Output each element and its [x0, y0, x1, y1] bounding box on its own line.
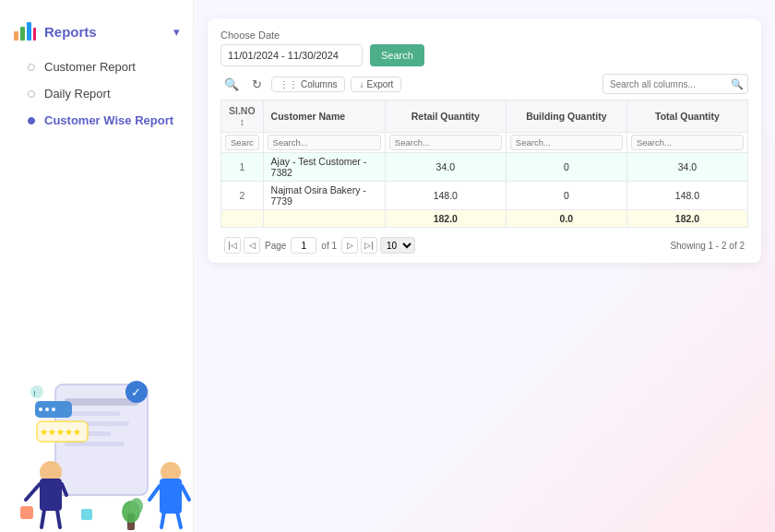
- col-header-retail[interactable]: Retail Quantity: [385, 100, 506, 133]
- svg-rect-0: [14, 31, 18, 41]
- date-range-input[interactable]: [221, 44, 363, 66]
- cell-sno: 2: [221, 182, 264, 210]
- search-all-input[interactable]: [602, 74, 748, 94]
- date-row: Search: [221, 44, 748, 66]
- table-row: 1 Ajay - Test Customer - 7382 34.0 0 34.…: [221, 153, 748, 182]
- zoom-in-button[interactable]: 🔍: [221, 76, 243, 93]
- total-label: [221, 210, 264, 228]
- sidebar-item-customer-report[interactable]: Customer Report: [28, 53, 193, 80]
- cell-building: 0: [506, 153, 626, 182]
- svg-rect-21: [40, 479, 62, 511]
- of-label: of 1: [321, 241, 337, 251]
- reports-icon: [11, 18, 37, 44]
- export-icon: ↓: [359, 79, 364, 89]
- sidebar-item-daily-report[interactable]: Daily Report: [28, 80, 193, 107]
- svg-rect-27: [160, 479, 182, 514]
- cell-building: 0: [506, 182, 626, 210]
- svg-rect-36: [81, 509, 92, 520]
- search-icon: 🔍: [731, 78, 744, 90]
- svg-line-22: [26, 484, 40, 500]
- svg-line-24: [42, 510, 44, 527]
- svg-rect-2: [27, 22, 31, 41]
- refresh-button[interactable]: ↻: [248, 76, 266, 93]
- sidebar-item-customer-wise-report[interactable]: Customer Wise Report: [28, 107, 193, 134]
- columns-button[interactable]: ⋮⋮ Columns: [271, 77, 345, 92]
- refresh-icon: ↻: [252, 77, 262, 91]
- export-button[interactable]: ↓ Export: [351, 77, 401, 92]
- prev-page-button[interactable]: ◁: [244, 237, 260, 254]
- table-header-row: Sl.NO ↕ Customer Name Retail Quantity Bu…: [221, 100, 748, 133]
- svg-rect-1: [20, 27, 25, 41]
- table-search-row: [221, 133, 748, 153]
- cell-customer: Najmat Osira Bakery - 7739: [263, 182, 385, 210]
- illustration-svg: ★★★★★ ✓ !: [0, 329, 203, 532]
- svg-rect-35: [20, 506, 33, 519]
- showing-label: Showing 1 - 2 of 2: [670, 241, 745, 251]
- svg-text:!: !: [33, 389, 36, 398]
- col-search-building[interactable]: [510, 135, 623, 150]
- chevron-down-icon: ▾: [173, 25, 180, 39]
- table-total-row: 182.0 0.0 182.0: [221, 210, 748, 228]
- svg-line-28: [149, 486, 160, 500]
- search-button[interactable]: Search: [370, 44, 424, 66]
- svg-text:★★★★★: ★★★★★: [40, 427, 81, 437]
- svg-rect-9: [65, 442, 125, 446]
- sidebar-title: Reports: [44, 24, 97, 40]
- columns-label: Columns: [301, 79, 337, 89]
- choose-date-label: Choose Date: [221, 30, 748, 41]
- svg-rect-3: [33, 28, 36, 41]
- dot-icon: [28, 64, 35, 71]
- col-header-sno[interactable]: Sl.NO ↕: [221, 100, 264, 133]
- col-search-customer[interactable]: [268, 135, 381, 150]
- col-header-building[interactable]: Building Quantity: [506, 100, 626, 133]
- main-content: Choose Date Search 🔍 ↻ ⋮⋮ Columns ↓ Expo…: [194, 0, 775, 532]
- toolbar-row: 🔍 ↻ ⋮⋮ Columns ↓ Export 🔍: [221, 74, 748, 94]
- data-table: Sl.NO ↕ Customer Name Retail Quantity Bu…: [221, 100, 748, 228]
- cell-retail: 148.0: [385, 182, 506, 210]
- search-all-wrap: 🔍: [602, 74, 748, 94]
- col-header-customer[interactable]: Customer Name: [263, 100, 385, 133]
- svg-line-29: [182, 486, 189, 500]
- svg-point-13: [39, 408, 42, 411]
- cell-customer: Ajay - Test Customer - 7382: [263, 153, 385, 182]
- cell-total: 34.0: [626, 153, 747, 182]
- col-search-retail[interactable]: [389, 135, 502, 150]
- total-retail: 182.0: [385, 210, 506, 228]
- per-page-select[interactable]: 10 25 50: [380, 237, 415, 254]
- sidebar: Reports ▾ Customer Report Daily Report C…: [0, 0, 194, 532]
- col-search-sno[interactable]: [225, 135, 259, 150]
- total-spacer: [263, 210, 385, 228]
- svg-rect-6: [65, 411, 120, 416]
- table-row: 2 Najmat Osira Bakery - 7739 148.0 0 148…: [221, 182, 748, 210]
- pagination-row: |◁ ◁ Page of 1 ▷ ▷| 10 25 50 Showing 1 -…: [221, 233, 748, 255]
- svg-rect-5: [65, 398, 138, 406]
- export-label: Export: [366, 79, 393, 89]
- svg-text:✓: ✓: [131, 385, 141, 399]
- cell-total: 148.0: [626, 182, 747, 210]
- cell-retail: 34.0: [385, 153, 506, 182]
- columns-icon: ⋮⋮: [280, 79, 298, 89]
- sidebar-item-label: Customer Wise Report: [44, 113, 173, 127]
- sidebar-reports-header[interactable]: Reports ▾: [0, 9, 193, 52]
- svg-line-31: [177, 512, 181, 527]
- svg-point-14: [45, 408, 49, 411]
- total-total: 182.0: [626, 210, 747, 228]
- svg-line-25: [57, 510, 60, 527]
- cell-sno: 1: [221, 153, 264, 182]
- sidebar-illustration: ★★★★★ ✓ !: [0, 329, 203, 532]
- sidebar-sub-items: Customer Report Daily Report Customer Wi…: [0, 53, 193, 134]
- dot-icon: [28, 90, 35, 98]
- first-page-button[interactable]: |◁: [224, 237, 241, 254]
- dot-active-icon: [28, 117, 35, 124]
- last-page-button[interactable]: ▷|: [361, 237, 377, 254]
- col-header-total[interactable]: Total Quantity: [626, 100, 747, 133]
- page-input[interactable]: [291, 237, 316, 254]
- svg-line-30: [161, 512, 164, 527]
- svg-point-34: [130, 498, 143, 514]
- zoom-icon: 🔍: [224, 77, 239, 91]
- sidebar-item-label: Customer Report: [44, 60, 136, 74]
- total-building: 0.0: [506, 210, 626, 228]
- page-label: Page: [265, 241, 286, 251]
- next-page-button[interactable]: ▷: [341, 237, 358, 254]
- col-search-total[interactable]: [631, 135, 744, 150]
